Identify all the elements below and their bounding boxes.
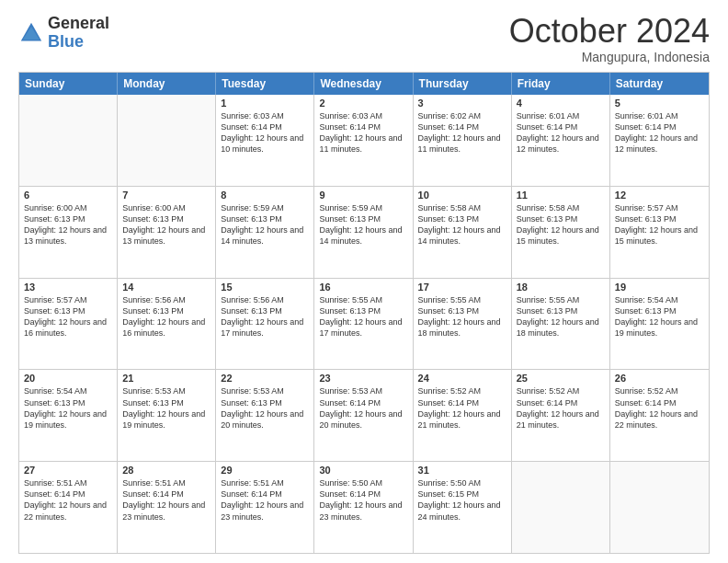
calendar-week-row: 6Sunrise: 6:00 AM Sunset: 6:13 PM Daylig… (19, 186, 709, 278)
day-number: 15 (221, 282, 309, 293)
logo-icon (18, 20, 44, 46)
day-number: 10 (418, 190, 506, 201)
day-info: Sunrise: 6:02 AM Sunset: 6:14 PM Dayligh… (418, 110, 506, 155)
day-number: 25 (517, 373, 605, 384)
calendar-week-row: 1Sunrise: 6:03 AM Sunset: 6:14 PM Daylig… (19, 95, 709, 186)
day-info: Sunrise: 5:55 AM Sunset: 6:13 PM Dayligh… (418, 294, 506, 339)
day-number: 24 (418, 373, 506, 384)
day-number: 16 (319, 282, 407, 293)
calendar-cell: 12Sunrise: 5:57 AM Sunset: 6:13 PM Dayli… (610, 187, 709, 278)
calendar-cell (19, 95, 118, 186)
day-info: Sunrise: 5:51 AM Sunset: 6:14 PM Dayligh… (24, 477, 112, 523)
calendar-cell: 22Sunrise: 5:53 AM Sunset: 6:13 PM Dayli… (216, 370, 314, 461)
day-info: Sunrise: 5:58 AM Sunset: 6:13 PM Dayligh… (517, 202, 605, 247)
day-number: 3 (418, 98, 506, 109)
day-number: 27 (24, 465, 112, 476)
calendar-body: 1Sunrise: 6:03 AM Sunset: 6:14 PM Daylig… (19, 95, 709, 553)
day-info: Sunrise: 5:56 AM Sunset: 6:13 PM Dayligh… (122, 294, 210, 339)
day-info: Sunrise: 5:51 AM Sunset: 6:14 PM Dayligh… (221, 477, 309, 523)
calendar-cell: 7Sunrise: 6:00 AM Sunset: 6:13 PM Daylig… (118, 187, 216, 278)
calendar-day-header: Sunday (19, 73, 118, 95)
calendar-cell: 21Sunrise: 5:53 AM Sunset: 6:13 PM Dayli… (118, 370, 216, 461)
day-info: Sunrise: 5:55 AM Sunset: 6:13 PM Dayligh… (319, 294, 407, 339)
day-info: Sunrise: 5:50 AM Sunset: 6:15 PM Dayligh… (418, 477, 506, 523)
calendar-cell: 16Sunrise: 5:55 AM Sunset: 6:13 PM Dayli… (314, 279, 413, 370)
day-info: Sunrise: 6:03 AM Sunset: 6:14 PM Dayligh… (319, 110, 407, 155)
calendar-cell: 30Sunrise: 5:50 AM Sunset: 6:14 PM Dayli… (314, 462, 413, 553)
location: Mangupura, Indonesia (509, 50, 710, 64)
day-info: Sunrise: 5:55 AM Sunset: 6:13 PM Dayligh… (517, 294, 605, 339)
day-number: 19 (615, 282, 704, 293)
logo: General Blue (18, 15, 109, 52)
calendar-week-row: 13Sunrise: 5:57 AM Sunset: 6:13 PM Dayli… (19, 278, 709, 370)
calendar-cell (610, 462, 709, 553)
calendar-cell: 11Sunrise: 5:58 AM Sunset: 6:13 PM Dayli… (512, 187, 610, 278)
day-info: Sunrise: 5:53 AM Sunset: 6:14 PM Dayligh… (319, 385, 407, 431)
calendar-cell: 1Sunrise: 6:03 AM Sunset: 6:14 PM Daylig… (216, 95, 314, 186)
calendar-cell: 14Sunrise: 5:56 AM Sunset: 6:13 PM Dayli… (118, 279, 216, 370)
day-info: Sunrise: 5:54 AM Sunset: 6:13 PM Dayligh… (615, 294, 704, 339)
day-number: 22 (221, 373, 309, 384)
day-info: Sunrise: 5:53 AM Sunset: 6:13 PM Dayligh… (221, 385, 309, 431)
day-info: Sunrise: 5:52 AM Sunset: 6:14 PM Dayligh… (418, 385, 506, 431)
day-number: 21 (122, 373, 210, 384)
day-info: Sunrise: 6:03 AM Sunset: 6:14 PM Dayligh… (221, 110, 309, 155)
day-info: Sunrise: 5:59 AM Sunset: 6:13 PM Dayligh… (319, 202, 407, 247)
day-number: 14 (122, 282, 210, 293)
calendar-day-header: Friday (512, 73, 610, 95)
day-number: 9 (319, 190, 407, 201)
calendar-cell: 6Sunrise: 6:00 AM Sunset: 6:13 PM Daylig… (19, 187, 118, 278)
calendar-cell: 24Sunrise: 5:52 AM Sunset: 6:14 PM Dayli… (414, 370, 512, 461)
calendar-cell: 17Sunrise: 5:55 AM Sunset: 6:13 PM Dayli… (414, 279, 512, 370)
calendar-cell: 3Sunrise: 6:02 AM Sunset: 6:14 PM Daylig… (414, 95, 512, 186)
calendar-cell: 13Sunrise: 5:57 AM Sunset: 6:13 PM Dayli… (19, 279, 118, 370)
calendar-cell: 28Sunrise: 5:51 AM Sunset: 6:14 PM Dayli… (118, 462, 216, 553)
day-info: Sunrise: 6:00 AM Sunset: 6:13 PM Dayligh… (24, 202, 112, 247)
calendar-day-header: Thursday (414, 73, 512, 95)
day-number: 5 (615, 98, 704, 109)
calendar-cell: 18Sunrise: 5:55 AM Sunset: 6:13 PM Dayli… (512, 279, 610, 370)
calendar-cell: 23Sunrise: 5:53 AM Sunset: 6:14 PM Dayli… (314, 370, 413, 461)
calendar-day-header: Monday (118, 73, 216, 95)
calendar-week-row: 20Sunrise: 5:54 AM Sunset: 6:13 PM Dayli… (19, 369, 709, 461)
day-info: Sunrise: 5:51 AM Sunset: 6:14 PM Dayligh… (122, 477, 210, 523)
day-info: Sunrise: 5:57 AM Sunset: 6:13 PM Dayligh… (24, 294, 112, 339)
header: General Blue October 2024 Mangupura, Ind… (18, 15, 710, 64)
day-number: 26 (615, 373, 704, 384)
day-number: 20 (24, 373, 112, 384)
day-number: 31 (418, 465, 506, 476)
calendar-cell: 25Sunrise: 5:52 AM Sunset: 6:14 PM Dayli… (512, 370, 610, 461)
day-number: 29 (221, 465, 309, 476)
day-info: Sunrise: 5:56 AM Sunset: 6:13 PM Dayligh… (221, 294, 309, 339)
day-info: Sunrise: 6:01 AM Sunset: 6:14 PM Dayligh… (517, 110, 605, 155)
day-info: Sunrise: 5:58 AM Sunset: 6:13 PM Dayligh… (418, 202, 506, 247)
day-number: 12 (615, 190, 704, 201)
calendar-cell: 19Sunrise: 5:54 AM Sunset: 6:13 PM Dayli… (610, 279, 709, 370)
calendar: SundayMondayTuesdayWednesdayThursdayFrid… (18, 72, 710, 554)
title-block: October 2024 Mangupura, Indonesia (509, 15, 710, 64)
day-info: Sunrise: 5:57 AM Sunset: 6:13 PM Dayligh… (615, 202, 704, 247)
calendar-header: SundayMondayTuesdayWednesdayThursdayFrid… (19, 73, 709, 95)
day-number: 4 (517, 98, 605, 109)
calendar-cell: 29Sunrise: 5:51 AM Sunset: 6:14 PM Dayli… (216, 462, 314, 553)
day-info: Sunrise: 6:00 AM Sunset: 6:13 PM Dayligh… (122, 202, 210, 247)
calendar-day-header: Saturday (610, 73, 709, 95)
day-info: Sunrise: 5:52 AM Sunset: 6:14 PM Dayligh… (615, 385, 704, 431)
day-number: 7 (122, 190, 210, 201)
month-title: October 2024 (509, 15, 710, 48)
calendar-day-header: Wednesday (314, 73, 413, 95)
calendar-cell: 9Sunrise: 5:59 AM Sunset: 6:13 PM Daylig… (314, 187, 413, 278)
day-number: 30 (319, 465, 407, 476)
day-info: Sunrise: 6:01 AM Sunset: 6:14 PM Dayligh… (615, 110, 704, 155)
logo-blue: Blue (48, 33, 109, 52)
calendar-cell: 15Sunrise: 5:56 AM Sunset: 6:13 PM Dayli… (216, 279, 314, 370)
calendar-cell: 26Sunrise: 5:52 AM Sunset: 6:14 PM Dayli… (610, 370, 709, 461)
day-info: Sunrise: 5:52 AM Sunset: 6:14 PM Dayligh… (517, 385, 605, 431)
calendar-cell: 2Sunrise: 6:03 AM Sunset: 6:14 PM Daylig… (314, 95, 413, 186)
day-number: 8 (221, 190, 309, 201)
logo-general: General (48, 15, 109, 33)
day-number: 17 (418, 282, 506, 293)
day-info: Sunrise: 5:50 AM Sunset: 6:14 PM Dayligh… (319, 477, 407, 523)
day-number: 18 (517, 282, 605, 293)
day-number: 11 (517, 190, 605, 201)
